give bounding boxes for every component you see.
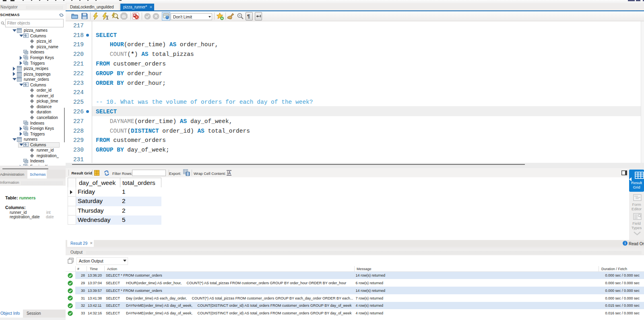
svg-text:IA: IA: [227, 171, 231, 175]
